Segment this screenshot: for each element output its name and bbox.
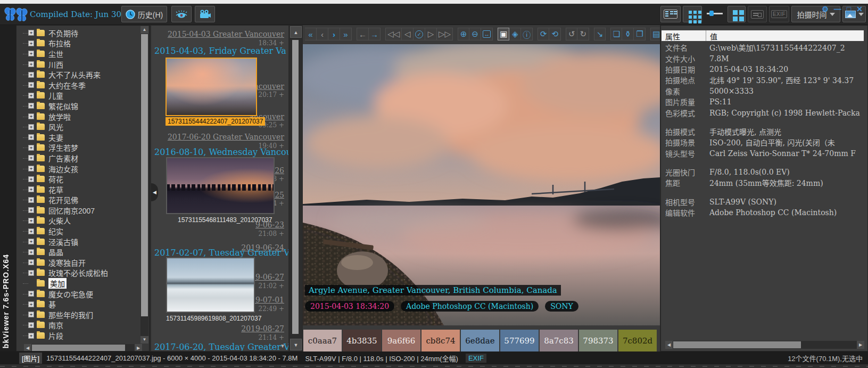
tree-item[interactable]: + 片段 <box>16 330 139 341</box>
quad-view-button[interactable] <box>728 6 746 22</box>
scroll-up-arrow[interactable]: ▲ <box>290 26 302 38</box>
tree-item[interactable]: + 晶晶 <box>16 247 139 257</box>
expand-plus-icon[interactable]: + <box>28 322 34 328</box>
tree-item[interactable]: + 放学啦 <box>16 111 139 122</box>
scrollbar-thumb[interactable] <box>673 341 801 348</box>
tree-item[interactable]: + 川西 <box>16 59 139 70</box>
expand-plus-icon[interactable]: + <box>28 239 34 244</box>
undo-button[interactable]: ↺ <box>566 28 577 40</box>
expand-plus-icon[interactable]: + <box>28 291 34 297</box>
expand-plus-icon[interactable]: + <box>28 176 34 182</box>
tree-item[interactable]: + 浮生若梦 <box>16 143 139 153</box>
expand-plus-icon[interactable]: + <box>28 51 34 56</box>
expand-plus-icon[interactable]: + <box>28 134 34 140</box>
tree-item[interactable]: + 海边女孩 <box>16 163 139 174</box>
expand-plus-icon[interactable]: + <box>28 93 34 99</box>
rotate-ccw-button[interactable]: ⟲ <box>549 28 561 40</box>
back-history-button[interactable]: ← <box>357 28 369 40</box>
zoom-in-button[interactable]: ⊕ <box>458 28 469 40</box>
expand-plus-icon[interactable]: + <box>28 40 34 46</box>
scroll-right-arrow[interactable]: ▶ <box>135 344 142 351</box>
expand-plus-icon[interactable]: + <box>28 333 34 339</box>
expand-plus-icon[interactable]: + <box>28 228 34 234</box>
wrench-icon[interactable]: ⚙ <box>822 5 829 13</box>
zoom-out-button[interactable]: ⊖ <box>469 28 481 40</box>
info-button[interactable]: ⓘ <box>521 28 533 40</box>
fit-width-button[interactable]: ↔ <box>481 28 493 40</box>
collapse-panel-handle[interactable]: ◀ <box>151 183 158 201</box>
tree-item[interactable]: + 那些年的我们 <box>16 309 139 320</box>
color-swatch[interactable]: 798373 <box>579 330 617 351</box>
tree-item[interactable]: + 美加 <box>16 278 139 289</box>
expand-plus-icon[interactable]: + <box>28 166 34 171</box>
tree-item[interactable]: + 大不了从头再来 <box>16 69 139 80</box>
tree-item[interactable]: + 尘世 <box>16 48 139 59</box>
scrollbar-thumb[interactable] <box>141 34 148 316</box>
history-button[interactable]: 历史(H) <box>121 6 167 22</box>
slideshow-button[interactable] <box>195 6 215 22</box>
scroll-left-arrow[interactable]: ◀ <box>665 341 673 349</box>
tree-item[interactable]: + 火柴人 <box>16 216 139 226</box>
tree-item[interactable]: + 碁 <box>16 299 139 309</box>
background-date[interactable]: 2019-08-27 <box>241 324 284 333</box>
status-exif-link[interactable]: EXIF <box>466 354 486 363</box>
expand-plus-icon[interactable]: + <box>28 197 34 203</box>
tree-item[interactable]: + 荷花 <box>16 174 139 184</box>
color-swatch[interactable]: 9a6f66 <box>382 330 420 351</box>
thumbnail-selected[interactable] <box>166 58 257 116</box>
browse-layout-button[interactable] <box>660 6 681 22</box>
expand-plus-icon[interactable]: + <box>28 103 34 109</box>
expand-plus-icon[interactable]: + <box>28 259 34 265</box>
thumbnail[interactable] <box>166 157 275 214</box>
tree-item[interactable]: + 回忆南京2007 <box>16 205 139 216</box>
tree-item[interactable]: + 魔女の宅急便 <box>16 289 139 299</box>
image-view-button[interactable]: ▣ <box>498 28 509 40</box>
expand-plus-icon[interactable]: + <box>28 124 34 130</box>
expand-plus-icon[interactable]: + <box>28 82 34 88</box>
scroll-down-indicator[interactable]: ▼ <box>280 343 285 349</box>
prev-image-button[interactable]: ‹ <box>317 28 328 40</box>
preview-eye-button[interactable] <box>171 6 192 22</box>
background-date[interactable]: 21:02 + <box>259 282 284 290</box>
prev-marked-button[interactable]: ◁ <box>402 28 414 40</box>
scroll-down-arrow[interactable]: ▼ <box>290 339 302 350</box>
tree-item[interactable]: + 不负期待 <box>16 28 139 38</box>
background-date[interactable]: 2015-04-03 Greater Vancouver <box>168 30 284 38</box>
grid-view-button[interactable] <box>683 6 702 22</box>
properties-horizontal-scrollbar[interactable]: ◀ ▶ <box>665 341 864 349</box>
tree-item[interactable]: + 大约在冬季 <box>16 80 139 91</box>
tree-item[interactable]: + 花草 <box>16 184 139 195</box>
scrollbar-thumb[interactable] <box>32 345 125 351</box>
clipboard-button[interactable]: ❐ <box>634 28 646 40</box>
close-button[interactable]: ✕ <box>856 5 863 13</box>
color-swatch[interactable]: 8a7c83 <box>540 330 578 351</box>
scroll-right-arrow[interactable]: ▶ <box>857 341 864 349</box>
tree-item[interactable]: + 凌寒独自开 <box>16 257 139 268</box>
color-swatch[interactable]: 6e8dae <box>461 330 499 351</box>
background-date[interactable]: 21:08 + <box>259 230 284 238</box>
tree-item[interactable]: + 繁花似锦 <box>16 101 139 111</box>
tree-item[interactable]: + 风光 <box>16 121 139 132</box>
next-image-button[interactable]: › <box>328 28 340 40</box>
expand-plus-icon[interactable]: + <box>28 207 34 213</box>
expand-plus-icon[interactable]: + <box>28 249 34 255</box>
expand-plus-icon[interactable]: + <box>28 312 34 317</box>
background-date[interactable]: 2017-06-20 Greater Vancouver <box>168 133 284 141</box>
expand-plus-icon[interactable]: + <box>28 186 34 192</box>
tree-item[interactable]: + 广告素材 <box>16 153 139 163</box>
expand-plus-icon[interactable]: + <box>28 270 34 276</box>
first-image-button[interactable]: « <box>305 28 317 40</box>
tree-horizontal-scrollbar[interactable]: ◀ ▶ <box>24 344 142 351</box>
redo-button[interactable]: ↻ <box>577 28 589 40</box>
tree-item[interactable]: + 玫瑰不必长成松柏 <box>16 268 139 279</box>
scroll-left-arrow[interactable]: ◀ <box>24 344 31 351</box>
color-swatch[interactable]: 577699 <box>500 330 539 351</box>
delete-button[interactable]: ⚱ <box>622 28 634 40</box>
thumbnail-scrollbar[interactable]: ▲ ▼ <box>290 25 302 351</box>
print-button[interactable]: ▤ <box>650 28 660 40</box>
export-file-button[interactable]: ❏ <box>610 28 622 40</box>
tree-item[interactable]: + 夫妻 <box>16 132 139 143</box>
last-image-button[interactable]: » <box>340 28 352 40</box>
expand-plus-icon[interactable]: + <box>28 145 34 151</box>
expand-plus-icon[interactable]: + <box>28 113 34 119</box>
